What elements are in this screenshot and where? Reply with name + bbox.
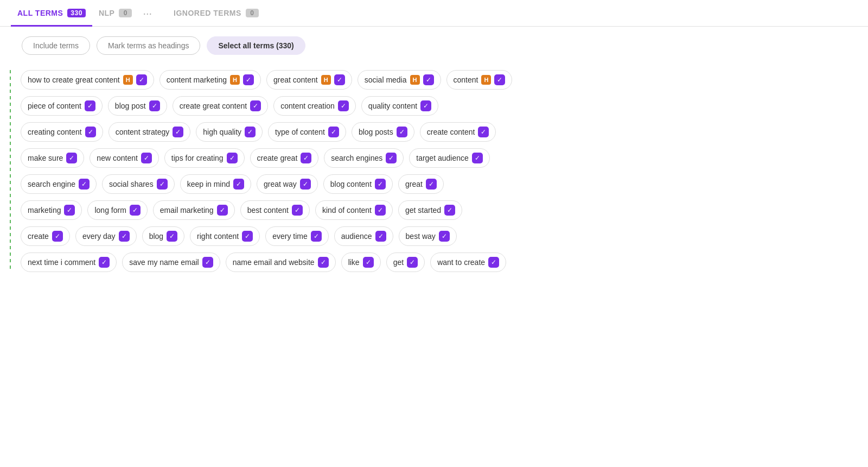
check-badge[interactable]: ✓	[233, 179, 244, 190]
term-chip[interactable]: like✓	[341, 253, 381, 272]
term-chip[interactable]: content strategy✓	[108, 122, 191, 142]
check-badge[interactable]: ✓	[375, 231, 386, 242]
check-badge[interactable]: ✓	[311, 231, 322, 242]
check-badge[interactable]: ✓	[202, 257, 213, 268]
tab-nlp[interactable]: NLP0	[92, 0, 139, 27]
check-badge[interactable]: ✓	[444, 205, 455, 216]
term-chip[interactable]: search engines✓	[324, 148, 404, 168]
term-chip[interactable]: piece of content✓	[21, 96, 103, 116]
check-badge[interactable]: ✓	[173, 127, 183, 137]
term-chip[interactable]: make sure✓	[21, 148, 84, 168]
check-badge[interactable]: ✓	[397, 127, 407, 137]
check-badge[interactable]: ✓	[300, 179, 311, 190]
check-badge[interactable]: ✓	[334, 74, 345, 85]
check-badge[interactable]: ✓	[338, 100, 349, 111]
check-badge[interactable]: ✓	[292, 205, 303, 216]
check-badge[interactable]: ✓	[52, 231, 63, 242]
check-badge[interactable]: ✓	[85, 100, 95, 111]
check-badge[interactable]: ✓	[426, 179, 437, 190]
term-chip[interactable]: every day✓	[75, 226, 137, 246]
check-badge[interactable]: ✓	[79, 179, 90, 190]
check-badge[interactable]: ✓	[363, 257, 374, 268]
term-chip[interactable]: every time✓	[265, 226, 329, 246]
term-chip[interactable]: type of content✓	[268, 122, 346, 142]
term-chip[interactable]: target audience✓	[409, 148, 490, 168]
term-chip[interactable]: great✓	[398, 174, 444, 194]
check-badge[interactable]: ✓	[301, 153, 311, 163]
term-chip[interactable]: blog post✓	[108, 96, 167, 116]
term-chip[interactable]: create✓	[21, 226, 70, 246]
term-chip[interactable]: blog content✓	[323, 174, 393, 194]
check-badge[interactable]: ✓	[119, 231, 130, 242]
term-chip[interactable]: social mediaH✓	[358, 70, 441, 90]
term-chip[interactable]: create content✓	[420, 122, 496, 142]
term-chip[interactable]: best way✓	[399, 226, 457, 246]
term-chip[interactable]: want to create✓	[430, 253, 506, 272]
term-chip[interactable]: search engine✓	[21, 174, 97, 194]
check-badge[interactable]: ✓	[375, 179, 386, 190]
tab-ignored-terms[interactable]: IGNORED TERMS0	[167, 0, 265, 27]
check-badge[interactable]: ✓	[420, 100, 431, 111]
term-chip[interactable]: email marketing✓	[153, 200, 235, 220]
include-terms-button[interactable]: Include terms	[22, 36, 90, 55]
term-chip[interactable]: how to create great contentH✓	[21, 70, 154, 90]
term-chip[interactable]: audience✓	[334, 226, 393, 246]
check-badge[interactable]: ✓	[227, 153, 238, 163]
term-chip[interactable]: name email and website✓	[226, 253, 336, 272]
check-badge[interactable]: ✓	[439, 231, 450, 242]
check-badge[interactable]: ✓	[99, 257, 110, 268]
check-badge[interactable]: ✓	[318, 257, 329, 268]
check-badge[interactable]: ✓	[217, 205, 228, 216]
term-chip[interactable]: save my name email✓	[122, 253, 220, 272]
check-badge[interactable]: ✓	[423, 74, 434, 85]
term-chip[interactable]: social shares✓	[102, 174, 175, 194]
check-badge[interactable]: ✓	[250, 100, 261, 111]
term-chip[interactable]: blog posts✓	[352, 122, 414, 142]
term-chip[interactable]: content creation✓	[273, 96, 356, 116]
term-chip[interactable]: great contentH✓	[266, 70, 352, 90]
check-badge[interactable]: ✓	[328, 127, 339, 137]
check-badge[interactable]: ✓	[130, 205, 141, 216]
check-badge[interactable]: ✓	[167, 231, 177, 242]
check-badge[interactable]: ✓	[488, 257, 499, 268]
term-chip[interactable]: marketing✓	[21, 200, 82, 220]
term-chip[interactable]: kind of content✓	[315, 200, 393, 220]
check-badge[interactable]: ✓	[141, 153, 152, 163]
term-chip[interactable]: next time i comment✓	[21, 253, 117, 272]
term-chip[interactable]: tips for creating✓	[164, 148, 245, 168]
check-badge[interactable]: ✓	[478, 127, 489, 137]
check-badge[interactable]: ✓	[136, 74, 147, 85]
mark-headings-button[interactable]: Mark terms as headings	[97, 36, 200, 55]
check-badge[interactable]: ✓	[157, 179, 168, 190]
check-badge[interactable]: ✓	[64, 205, 75, 216]
term-chip[interactable]: content marketingH✓	[159, 70, 261, 90]
check-badge[interactable]: ✓	[472, 153, 483, 163]
term-chip[interactable]: create great✓	[250, 148, 319, 168]
tab-all-terms[interactable]: ALL TERMS330	[11, 0, 92, 27]
select-all-button[interactable]: Select all terms (330)	[207, 36, 305, 55]
check-badge[interactable]: ✓	[375, 205, 386, 216]
term-chip[interactable]: keep in mind✓	[180, 174, 251, 194]
term-chip[interactable]: great way✓	[257, 174, 318, 194]
term-chip[interactable]: new content✓	[90, 148, 159, 168]
term-chip[interactable]: get started✓	[398, 200, 462, 220]
check-badge[interactable]: ✓	[245, 127, 256, 137]
check-badge[interactable]: ✓	[386, 153, 397, 163]
term-chip[interactable]: high quality✓	[196, 122, 263, 142]
check-badge[interactable]: ✓	[85, 127, 96, 137]
term-chip[interactable]: create great content✓	[173, 96, 269, 116]
tab-more[interactable]: ···	[138, 7, 156, 20]
term-chip[interactable]: best content✓	[240, 200, 310, 220]
term-chip[interactable]: creating content✓	[21, 122, 103, 142]
check-badge[interactable]: ✓	[66, 153, 77, 163]
term-chip[interactable]: long form✓	[87, 200, 147, 220]
check-badge[interactable]: ✓	[407, 257, 418, 268]
check-badge[interactable]: ✓	[494, 74, 505, 85]
check-badge[interactable]: ✓	[242, 231, 253, 242]
term-chip[interactable]: quality content✓	[361, 96, 438, 116]
check-badge[interactable]: ✓	[243, 74, 254, 85]
term-chip[interactable]: blog✓	[142, 226, 184, 246]
term-chip[interactable]: right content✓	[190, 226, 260, 246]
term-chip[interactable]: get✓	[386, 253, 425, 272]
term-chip[interactable]: contentH✓	[446, 70, 513, 90]
